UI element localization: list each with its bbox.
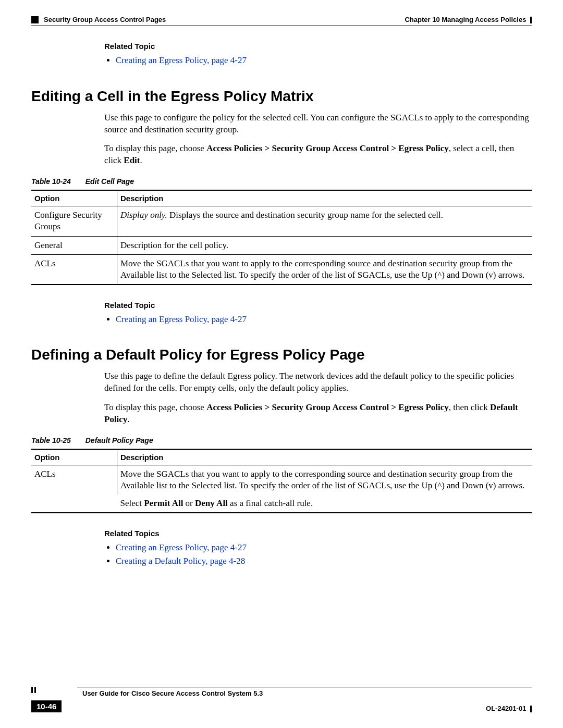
related-topic-item: Creating an Egress Policy, page 4-27	[116, 54, 532, 67]
cell-description: Move the SGACLs that you want to apply t…	[117, 465, 532, 495]
table-header-option: Option	[31, 449, 117, 465]
table-row: General Description for the cell policy.	[31, 236, 532, 254]
link-creating-egress-policy[interactable]: Creating an Egress Policy, page 4-27	[116, 542, 247, 552]
footer-marks-icon	[31, 685, 38, 694]
link-creating-egress-policy[interactable]: Creating an Egress Policy, page 4-27	[116, 314, 247, 324]
cell-description: Select Permit All or Deny All as a final…	[117, 495, 532, 513]
doc-number: OL-24201-01	[486, 705, 526, 712]
related-topic-item: Creating an Egress Policy, page 4-27	[116, 313, 532, 326]
related-topic-item: Creating an Egress Policy, page 4-27	[116, 541, 532, 554]
cell-description: Display only. Displays the source and de…	[117, 206, 532, 236]
header-bar-icon	[530, 17, 532, 23]
cell-description: Move the SGACLs that you want to apply t…	[117, 254, 532, 285]
cell-option: ACLs	[31, 254, 117, 285]
page-number: 10-46	[31, 700, 62, 712]
page-footer: User Guide for Cisco Secure Access Contr…	[31, 685, 532, 712]
table-default-policy: Option Description ACLs Move the SGACLs …	[31, 449, 532, 513]
section-heading-default-policy: Defining a Default Policy for Egress Pol…	[31, 347, 532, 363]
link-creating-default-policy[interactable]: Creating a Default Policy, page 4-28	[116, 556, 245, 566]
body-text: Use this page to define the default Egre…	[104, 371, 532, 394]
footer-bar-icon	[530, 706, 532, 712]
footer-book-title: User Guide for Cisco Secure Access Contr…	[82, 689, 263, 697]
table-caption: Table 10-24Edit Cell Page	[31, 177, 532, 186]
cell-option: ACLs	[31, 465, 117, 513]
header-section: Security Group Access Control Pages	[44, 16, 166, 23]
body-text: Use this page to configure the policy fo…	[104, 112, 532, 136]
related-topics-heading: Related Topics	[104, 529, 532, 538]
page-header: Security Group Access Control Pages Chap…	[31, 16, 532, 23]
table-edit-cell: Option Description Configure Security Gr…	[31, 190, 532, 285]
header-chapter: Chapter 10 Managing Access Policies	[405, 16, 526, 23]
section-heading-edit-cell: Editing a Cell in the Egress Policy Matr…	[31, 88, 532, 105]
table-row: ACLs Move the SGACLs that you want to ap…	[31, 254, 532, 285]
table-row: ACLs Move the SGACLs that you want to ap…	[31, 465, 532, 495]
cell-description: Description for the cell policy.	[117, 236, 532, 254]
table-header-option: Option	[31, 190, 117, 206]
related-topic-heading: Related Topic	[104, 42, 532, 51]
body-text: To display this page, choose Access Poli…	[104, 402, 532, 426]
table-header-description: Description	[117, 190, 532, 206]
table-header-description: Description	[117, 449, 532, 465]
header-square-icon	[31, 16, 39, 23]
body-text: To display this page, choose Access Poli…	[104, 143, 532, 167]
link-creating-egress-policy[interactable]: Creating an Egress Policy, page 4-27	[116, 55, 247, 65]
table-caption: Table 10-25Default Policy Page	[31, 436, 532, 445]
related-topic-heading: Related Topic	[104, 301, 532, 310]
header-rule	[31, 26, 532, 26]
cell-option: Configure Security Groups	[31, 206, 117, 236]
footer-rule	[77, 687, 532, 687]
related-topic-item: Creating a Default Policy, page 4-28	[116, 554, 532, 568]
cell-option: General	[31, 236, 117, 254]
table-row: Configure Security Groups Display only. …	[31, 206, 532, 236]
